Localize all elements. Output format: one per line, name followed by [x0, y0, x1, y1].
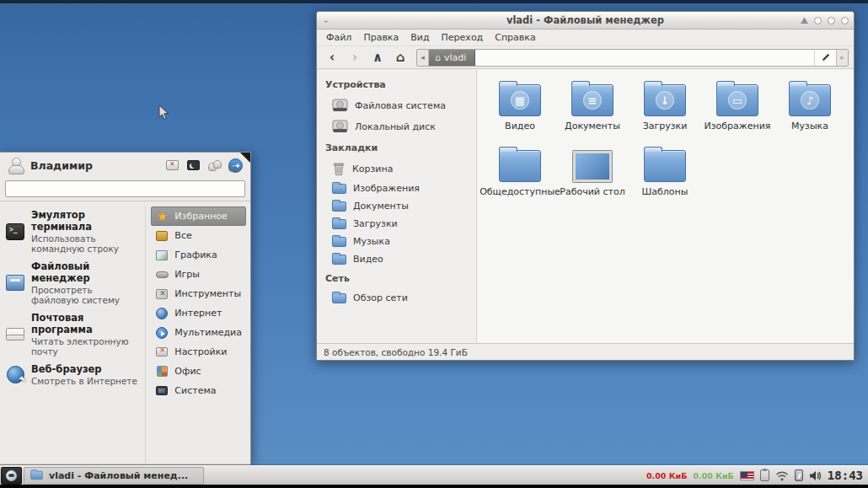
category-all[interactable]: Все — [151, 226, 246, 245]
statusbar: 8 объектов, свободно 19.4 ГиБ — [317, 343, 854, 360]
switch-user-button[interactable] — [206, 158, 222, 173]
home-button[interactable]: ⌂ — [390, 49, 410, 67]
file-label: Рабочий стол — [560, 186, 624, 197]
shade-button[interactable]: ▲ — [801, 17, 808, 24]
menubar: Файл Правка Вид Переход Справка — [317, 29, 854, 46]
sidebar-item-trash[interactable]: Корзина — [325, 158, 468, 180]
all-apps-icon — [156, 231, 168, 241]
sidebar-item-documents[interactable]: Документы — [325, 197, 468, 215]
path-bar: ◂ ⌂ vladi ▸ — [416, 49, 849, 67]
sidebar-item-network-browse[interactable]: Обзор сети — [325, 289, 468, 307]
sidebar-item-label: Изображения — [353, 183, 420, 194]
drive-icon — [332, 99, 348, 113]
menu-file[interactable]: Файл — [320, 30, 357, 45]
app-item-mail[interactable]: Почтовая программа Читать электронную по… — [3, 309, 142, 359]
category-office[interactable]: Офис — [151, 362, 246, 381]
document-emblem-icon: ≡ — [583, 91, 602, 110]
file-tile-public[interactable]: Общедоступные — [484, 147, 556, 197]
path-scroll-left-button[interactable]: ◂ — [417, 50, 429, 66]
maximize-button[interactable] — [828, 17, 835, 24]
clipboard-icon[interactable] — [760, 469, 769, 481]
file-tile-videos[interactable]: ▦ Видео — [484, 81, 556, 131]
file-tile-music[interactable]: ♪ Музыка — [774, 81, 846, 131]
app-name: Файловый менеджер — [31, 260, 140, 284]
folder-icon — [30, 471, 42, 480]
sidebar-item-filesystem[interactable]: Файловая система — [325, 95, 468, 116]
category-list: ★ Избранное Все Графика Игры Инструменты — [146, 205, 250, 464]
path-current-button[interactable]: ⌂ vladi — [429, 50, 475, 66]
file-view[interactable]: ▦ Видео ≡ Документы ↓ Загрузки ▭ Изображ… — [477, 69, 854, 343]
window-menu-icon[interactable]: ⌄ — [322, 16, 330, 24]
file-manager-icon — [6, 275, 24, 291]
sidebar-item-pictures[interactable]: Изображения — [325, 180, 468, 197]
up-button[interactable]: ∧ — [367, 49, 388, 67]
file-tile-pictures[interactable]: ▭ Изображения — [701, 81, 774, 131]
trash-icon — [332, 162, 346, 176]
forward-button[interactable]: › — [345, 49, 365, 67]
sidebar-item-videos[interactable]: Видео — [325, 250, 468, 268]
whisker-header: Владимир → — [0, 153, 250, 178]
mail-icon — [6, 328, 24, 341]
app-list: >_ Эмулятор терминала Использовать коман… — [0, 205, 146, 464]
file-label: Музыка — [791, 121, 828, 131]
app-name: Почтовая программа — [31, 312, 140, 335]
settings-button[interactable] — [164, 158, 180, 173]
section-bookmarks: Закладки — [325, 142, 468, 153]
terminal-icon: >_ — [6, 223, 24, 240]
menu-view[interactable]: Вид — [405, 30, 435, 45]
file-tile-downloads[interactable]: ↓ Загрузки — [629, 81, 701, 131]
category-games[interactable]: Игры — [151, 265, 246, 284]
keyboard-layout-flag-icon[interactable] — [740, 471, 754, 480]
sidebar-item-local-disk[interactable]: Локальный диск — [325, 116, 468, 137]
sidebar-item-music[interactable]: Музыка — [325, 233, 468, 250]
category-label: Мультимедиа — [174, 327, 242, 338]
browser-icon — [7, 366, 24, 383]
whisker-menu-button[interactable] — [1, 467, 22, 485]
category-settings[interactable]: Настройки — [151, 342, 246, 362]
sidebar-item-label: Локальный диск — [355, 121, 436, 132]
path-scroll-right-button[interactable]: ▸ — [836, 50, 848, 66]
internet-icon — [156, 308, 168, 319]
volume-icon[interactable] — [809, 470, 822, 481]
folder-icon: ↓ — [644, 84, 686, 116]
sidebar-item-label: Музыка — [353, 236, 390, 247]
category-internet[interactable]: Интернет — [151, 303, 246, 323]
menu-go[interactable]: Переход — [436, 30, 490, 45]
xfce-logo-icon — [6, 470, 17, 481]
app-item-web-browser[interactable]: Веб-браузер Смотреть в Интернете — [3, 361, 142, 389]
file-label: Шаблоны — [642, 186, 689, 197]
file-tile-templates[interactable]: Шаблоны — [629, 147, 701, 197]
app-description: Использовать командную строку — [31, 233, 140, 254]
close-button[interactable] — [841, 17, 849, 24]
path-current-label: vladi — [444, 52, 466, 63]
drive-icon — [332, 120, 348, 134]
category-label: Инструменты — [174, 288, 241, 299]
lock-screen-button[interactable] — [185, 158, 201, 173]
app-item-file-manager[interactable]: Файловый менеджер Просмотреть файловую с… — [3, 258, 142, 308]
category-graphics[interactable]: Графика — [151, 245, 246, 265]
titlebar[interactable]: ⌄ vladi - Файловый менеджер ▲ — [317, 12, 854, 29]
category-favorites[interactable]: ★ Избранное — [151, 206, 246, 226]
file-tile-desktop[interactable]: Рабочий стол — [556, 147, 629, 197]
category-system[interactable]: Система — [151, 381, 246, 400]
clock[interactable]: 18:43 — [828, 469, 863, 482]
category-accessories[interactable]: Инструменты — [151, 284, 246, 303]
category-multimedia[interactable]: Мультимедиа — [151, 323, 246, 342]
wifi-icon[interactable] — [775, 470, 789, 481]
app-item-terminal[interactable]: >_ Эмулятор терминала Использовать коман… — [3, 206, 142, 256]
back-button[interactable]: ‹ — [322, 49, 342, 67]
path-empty-area[interactable] — [475, 50, 814, 66]
category-label: Игры — [174, 269, 200, 280]
file-tile-documents[interactable]: ≡ Документы — [556, 81, 629, 131]
system-icon — [156, 386, 168, 395]
search-input[interactable] — [5, 180, 245, 197]
sidebar-item-downloads[interactable]: Загрузки — [325, 215, 468, 233]
menu-help[interactable]: Справка — [489, 30, 541, 45]
category-label: Все — [174, 230, 191, 241]
folder-icon: ≡ — [571, 84, 613, 116]
menu-edit[interactable]: Правка — [357, 30, 405, 45]
taskbar-window-button[interactable]: vladi - Файловый менед... — [24, 467, 204, 485]
battery-icon[interactable] — [795, 469, 803, 481]
minimize-button[interactable] — [814, 17, 822, 24]
path-edit-button[interactable] — [814, 50, 836, 66]
